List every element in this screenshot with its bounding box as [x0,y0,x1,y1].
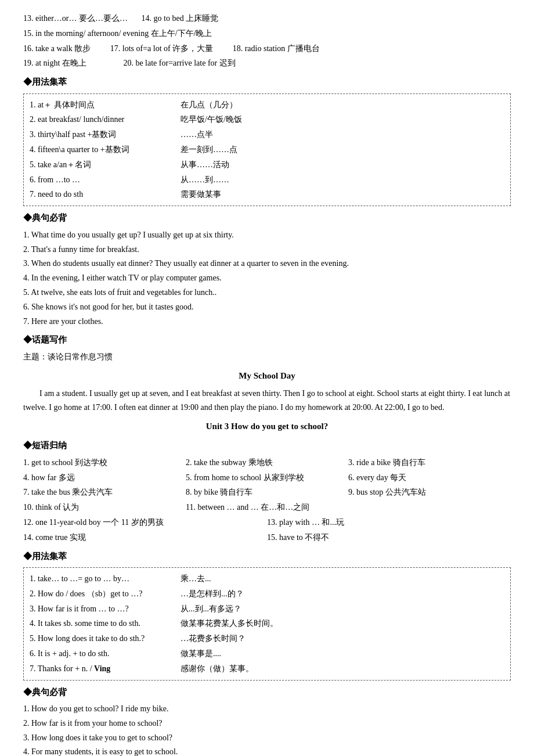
ving-bold: Ving [94,664,110,673]
phrases-grid: 1. get to school 到达学校 2. take the subway… [23,456,511,545]
vocab-18-cn: 广播电台 [287,44,320,53]
usage2-left-7: 7. Thanks for + n. / Ving [30,662,181,676]
sentences-section-1: ◆典句必背 1. What time do you usually get up… [23,211,511,328]
phrase-5: 5. from home to school 从家到学校 [186,471,348,485]
usage-left-3: 3. thirty\half past +基数词 [30,128,181,142]
usage-row-6: 6. from …to … 从……到…… [30,172,504,188]
usage-left-7: 7. need to do sth [30,188,181,201]
phrase-12: 12. one 11-year-old boy 一个 11 岁的男孩 [23,516,267,530]
vocab-line-16-18: 16. take a walk 散步 17. lots of=a lot of … [23,42,511,56]
vocab-19-cn: 在晚上 [62,59,86,67]
writing-theme: 主题：谈论日常作息习惯 [23,350,511,364]
usage2-left-2: 2. How do / does （sb）get to …? [30,587,181,601]
usage-right-6: 从……到…… [181,173,504,187]
vocab-section: 13. either…or… 要么…要么… 14. go to bed 上床睡觉… [23,12,511,70]
usage-title-2: ◆用法集萃 [23,549,511,564]
usage2-left-6: 6. It is + adj. + to do sth. [30,647,181,661]
vocab-18-num: 18. [233,44,245,53]
vocab-17-num: 17. [110,44,122,53]
unit3-title: Unit 3 How do you get to school? [23,419,511,434]
phrase-2: 2. take the subway 乘地铁 [186,456,348,470]
sentences-title-1: ◆典句必背 [23,211,511,226]
phrases-section: ◆短语归纳 1. get to school 到达学校 2. take the … [23,438,511,544]
usage2-row-6: 6. It is + adj. + to do sth. 做某事是.... [30,646,504,661]
vocab-line-13-14: 13. either…or… 要么…要么… 14. go to bed 上床睡觉 [23,12,511,26]
usage-right-7: 需要做某事 [181,188,504,201]
sentence2-4: 4. For many students, it is easy to get … [23,745,511,756]
usage2-right-7: 感谢你（做）某事。 [181,662,504,676]
phrase-10: 10. think of 认为 [23,501,186,514]
vocab-13-cn: 要么…要么… [79,14,130,23]
usage-table-1: 1. at＋ 具体时间点 在几点（几分） 2. eat breakfast/ l… [23,93,511,207]
usage2-left-1: 1. take… to …= go to … by… [30,572,181,586]
usage-left-4: 4. fifteen\a quarter to +基数词 [30,143,181,157]
usage2-right-1: 乘…去... [181,572,504,586]
vocab-14-en: go to bed [154,14,186,23]
phrase-11: 11. between … and … 在…和…之间 [186,501,511,514]
vocab-20-cn: 迟到 [219,59,236,67]
usage2-right-4: 做某事花费某人多长时间。 [181,617,504,631]
vocab-13-num: 13. [23,14,35,23]
usage-row-7: 7. need to do sth 需要做某事 [30,187,504,202]
usage2-row-7: 7. Thanks for + n. / Ving 感谢你（做）某事。 [30,661,504,676]
usage-left-2: 2. eat breakfast/ lunch/dinner [30,113,181,127]
usage2-right-6: 做某事是.... [181,647,504,661]
usage-row-2: 2. eat breakfast/ lunch/dinner 吃早饭/午饭/晚饭 [30,112,504,127]
usage-section-1: ◆用法集萃 1. at＋ 具体时间点 在几点（几分） 2. eat breakf… [23,75,511,206]
usage-right-4: 差一刻到……点 [181,143,504,157]
usage-right-1: 在几点（几分） [181,98,504,112]
usage-left-1: 1. at＋ 具体时间点 [30,98,181,112]
vocab-16-en: take a walk [35,44,74,53]
usage2-row-4: 4. It takes sb. some time to do sth. 做某事… [30,616,504,631]
sentences-title-2: ◆典句必背 [23,685,511,700]
usage2-left-3: 3. How far is it from … to …? [30,602,181,616]
vocab-19-num: 19. [23,59,35,67]
vocab-17-en: lots of=a lot of [122,44,172,53]
usage-row-1: 1. at＋ 具体时间点 在几点（几分） [30,98,504,113]
sentence-3: 3. When do students usually eat dinner? … [23,257,511,271]
vocab-13-en: either…or… [35,14,79,23]
usage2-left-5: 5. How long does it take to do sth.? [30,632,181,646]
usage2-row-2: 2. How do / does （sb）get to …? …是怎样到...的… [30,586,504,602]
sentence-2: 2. That's a funny time for breakfast. [23,243,511,257]
vocab-15-num: 15. [23,29,35,38]
sentence-1: 1. What time do you usually get up? I us… [23,228,511,242]
vocab-line-15: 15. in the morning/ afternoon/ evening 在… [23,27,511,41]
usage2-row-5: 5. How long does it take to do sth.? …花费… [30,631,504,646]
usage2-row-3: 3. How far is it from … to …? 从...到...有多… [30,602,504,617]
usage2-left-4: 4. It takes sb. some time to do sth. [30,617,181,631]
usage-right-5: 从事……活动 [181,158,504,172]
usage-row-3: 3. thirty\half past +基数词 ……点半 [30,127,504,142]
usage-left-6: 6. from …to … [30,173,181,187]
phrase-15: 15. have to 不得不 [267,531,511,545]
sentence-4: 4. In the evening, I either watch TV or … [23,271,511,285]
usage-row-4: 4. fifteen\a quarter to +基数词 差一刻到……点 [30,142,504,157]
usage2-right-2: …是怎样到...的？ [181,587,504,601]
writing-section: ◆话题写作 主题：谈论日常作息习惯 My School Day I am a s… [23,333,511,414]
vocab-19-en: at night [35,59,62,67]
sentences-section-2: ◆典句必背 1. How do you get to school? I rid… [23,685,511,756]
usage-row-5: 5. take a/an＋名词 从事……活动 [30,157,504,172]
usage-section-2: ◆用法集萃 1. take… to …= go to … by… 乘…去... … [23,549,511,681]
usage-title-1: ◆用法集萃 [23,75,511,90]
sentence2-2: 2. How far is it from your home to schoo… [23,717,511,730]
usage-right-3: ……点半 [181,128,504,142]
phrase-4: 4. how far 多远 [23,471,186,485]
sentence2-1: 1. How do you get to school? I ride my b… [23,702,511,716]
vocab-20-en: be late for=arrive late for [135,59,219,67]
writing-title: ◆话题写作 [23,333,511,348]
writing-essay: I am a student. I usually get up at seve… [23,387,511,415]
sentence-6: 6. She knows it's not good for her, but … [23,300,511,314]
phrase-13: 13. play with … 和...玩 [267,516,511,530]
phrase-6: 6. every day 每天 [348,471,511,485]
phrase-7: 7. take the bus 乘公共汽车 [23,485,186,499]
phrase-9: 9. bus stop 公共汽车站 [348,485,511,499]
sentence-7: 7. Here are your clothes. [23,315,511,329]
usage2-right-5: …花费多长时间？ [181,632,504,646]
phrase-3: 3. ride a bike 骑自行车 [348,456,511,470]
phrases-title: ◆短语归纳 [23,438,511,453]
writing-essay-title: My School Day [23,369,511,384]
vocab-20-num: 20. [123,59,135,67]
sentence-5: 5. At twelve, she eats lots of fruit and… [23,286,511,300]
vocab-14-cn: 上床睡觉 [186,14,218,23]
